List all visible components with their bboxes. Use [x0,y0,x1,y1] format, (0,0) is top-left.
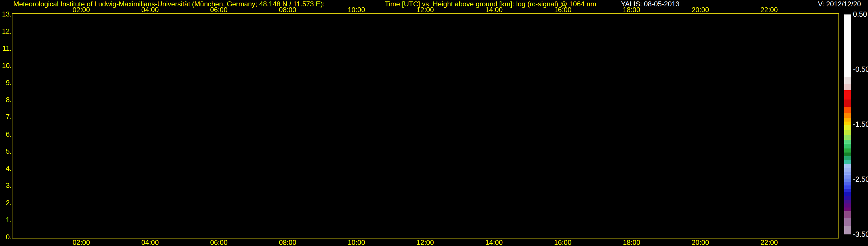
colorbar-segment-22 [844,179,850,182]
y-tick-6km: 6. [0,130,11,139]
colorbar-segment-25 [844,189,850,192]
y-tick-0km: 0. [0,233,11,241]
colorbar-segment-26 [844,192,850,196]
quicklook-screen: Meteorological Institute of Ludwig-Maxim… [0,0,868,246]
colorbar-segment-29 [844,204,850,208]
colorbar-segment-13 [844,144,850,149]
colorbar-segment-3 [844,90,850,99]
colorbar-tick--1.50: -1.50 [853,120,868,128]
y-tick-10km: 10. [0,62,11,70]
x-tick-bottom-22:00: 22:00 [761,239,778,246]
colorbar-segment-10 [844,130,850,135]
colorbar-scale [844,14,850,235]
y-tick-2km: 2. [0,199,11,207]
colorbar-segment-27 [844,196,850,200]
y-tick-5km: 5. [0,147,11,155]
colorbar-segment-14 [844,149,850,153]
x-tick-bottom-04:00: 04:00 [141,239,159,246]
x-tick-bottom-20:00: 20:00 [691,239,709,246]
colorbar-segment-18 [844,164,850,168]
x-tick-top-12:00: 12:00 [416,6,434,14]
x-tick-bottom-12:00: 12:00 [416,239,434,246]
colorbar-segment-0 [844,14,850,77]
x-tick-top-16:00: 16:00 [554,6,571,14]
x-tick-bottom-16:00: 16:00 [554,239,571,246]
colorbar-tick--2.50: -2.50 [853,175,868,183]
colorbar-segment-19 [844,168,850,172]
y-tick-11km: 11. [0,44,11,52]
colorbar-segment-21 [844,175,850,179]
heatmap-canvas [12,13,838,237]
colorbar-segment-6 [844,113,850,118]
institute-title: Meteorological Institute of Ludwig-Maxim… [13,0,324,8]
colorbar-segment-8 [844,122,850,125]
colorbar-segment-30 [844,208,850,212]
x-tick-top-06:00: 06:00 [210,6,227,14]
x-tick-top-20:00: 20:00 [691,6,709,14]
colorbar-segment-12 [844,140,850,144]
x-tick-bottom-06:00: 06:00 [210,239,227,246]
x-tick-top-14:00: 14:00 [485,6,503,14]
colorbar-segment-33 [844,226,850,235]
colorbar-tick--3.50: -3.50 [853,230,868,239]
y-tick-1km: 1. [0,216,11,224]
y-tick-7km: 7. [0,113,11,121]
x-tick-bottom-18:00: 18:00 [623,239,640,246]
x-tick-top-08:00: 08:00 [279,6,296,14]
version-label: V: 2012/12/20 [818,0,861,8]
colorbar-segment-28 [844,200,850,204]
x-tick-top-22:00: 22:00 [761,6,778,14]
x-tick-bottom-08:00: 08:00 [279,239,296,246]
x-tick-top-02:00: 02:00 [73,6,90,14]
y-tick-13km: 13. [0,10,11,18]
colorbar-segment-7 [844,118,850,122]
y-tick-9km: 9. [0,79,11,87]
colorbar-segment-9 [844,125,850,130]
x-tick-bottom-02:00: 02:00 [73,239,90,246]
colorbar-segment-2 [844,84,850,90]
colorbar-segment-1 [844,77,850,84]
colorbar-segment-11 [844,135,850,140]
colorbar-segment-15 [844,153,850,156]
colorbar-tick-0.50: 0.50 [853,10,867,19]
colorbar-segment-16 [844,156,850,160]
colorbar-segment-32 [844,218,850,226]
y-tick-12km: 12. [0,27,11,35]
x-tick-top-04:00: 04:00 [141,6,159,14]
x-tick-top-18:00: 18:00 [623,6,640,14]
colorbar-segment-24 [844,185,850,189]
colorbar-segment-23 [844,182,850,185]
x-tick-bottom-14:00: 14:00 [485,239,503,246]
colorbar-segment-31 [844,211,850,218]
x-tick-top-10:00: 10:00 [348,6,365,14]
y-tick-8km: 8. [0,96,11,104]
y-tick-3km: 3. [0,181,11,190]
colorbar-segment-4 [844,99,850,107]
colorbar-segment-20 [844,172,850,175]
colorbar-segment-5 [844,107,850,113]
colorbar-segment-17 [844,160,850,164]
y-tick-4km: 4. [0,164,11,173]
x-tick-bottom-10:00: 10:00 [348,239,365,246]
colorbar-tick--0.50: -0.50 [853,65,868,73]
